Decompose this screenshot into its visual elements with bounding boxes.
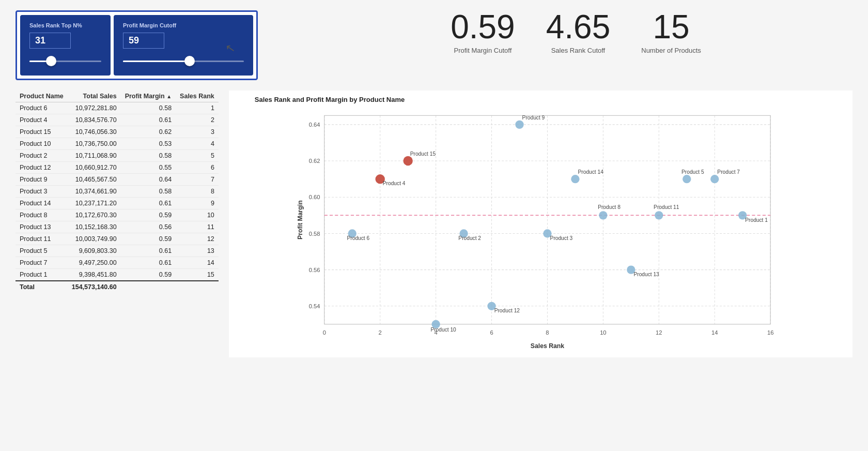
svg-text:8: 8	[546, 329, 549, 336]
svg-text:0: 0	[322, 329, 326, 336]
kpi-sales-rank-value: 4.65	[546, 10, 611, 43]
table-cell: Product 14	[16, 198, 68, 209]
svg-text:0.60: 0.60	[309, 194, 320, 200]
table-cell: 14	[176, 257, 219, 269]
table-cell: 7	[176, 174, 219, 186]
table-row: Product 210,711,068.900.585	[16, 150, 219, 162]
table-cell: Product 5	[16, 245, 68, 257]
svg-text:16: 16	[767, 329, 773, 336]
table-cell: 9,609,803.30	[68, 245, 121, 257]
table-cell: 4	[176, 138, 219, 150]
kpi-profit-margin-value: 0.59	[451, 10, 515, 43]
table-cell: 0.58	[121, 102, 176, 114]
table-cell: 0.59	[121, 269, 176, 281]
kpi-num-products-label: Number of Products	[641, 47, 701, 54]
table-cell: 0.53	[121, 138, 176, 150]
chart-container: Sales Rank and Profit Margin by Product …	[229, 91, 853, 357]
table-cell: 0.61	[121, 114, 176, 126]
table-cell: 0.61	[121, 245, 176, 257]
table-cell: 8	[176, 186, 219, 198]
svg-text:Product 1: Product 1	[745, 217, 768, 223]
svg-text:Product 9: Product 9	[522, 115, 545, 121]
svg-point-53	[599, 211, 607, 219]
table-cell: Product 15	[16, 126, 68, 138]
table-cell: 0.58	[121, 150, 176, 162]
table-cell: 10	[176, 209, 219, 221]
table-cell: 0.58	[121, 186, 176, 198]
sort-arrow-margin: ▲	[166, 94, 172, 99]
table-total-row: Total154,573,140.60	[16, 281, 219, 293]
table-cell: 6	[176, 162, 219, 174]
table-cell: 10,736,750.00	[68, 138, 121, 150]
table-cell: Product 12	[16, 162, 68, 174]
table-cell: 0.61	[121, 257, 176, 269]
table-cell: 10,746,056.30	[68, 126, 121, 138]
table-row: Product 1410,237,171.200.619	[16, 198, 219, 209]
table-cell: 0.59	[121, 209, 176, 221]
table-cell: 0.61	[121, 198, 176, 209]
table-cell: Product 13	[16, 221, 68, 233]
svg-text:0.58: 0.58	[309, 231, 320, 237]
sliders-panel: Sales Rank Top N% Profit Margin Cutoff	[16, 10, 258, 80]
table-cell: 11	[176, 221, 219, 233]
table-row: Product 1010,736,750.000.534	[16, 138, 219, 150]
svg-text:12: 12	[656, 329, 662, 336]
svg-text:Product 6: Product 6	[347, 235, 369, 241]
table-cell: Product 1	[16, 269, 68, 281]
svg-point-39	[403, 156, 412, 166]
table-cell: Product 10	[16, 138, 68, 150]
svg-point-61	[710, 175, 719, 183]
table-cell: 10,237,171.20	[68, 198, 121, 209]
table-cell: Product 8	[16, 209, 68, 221]
chart-title: Sales Rank and Profit Margin by Product …	[255, 96, 847, 103]
kpi-profit-margin-cutoff: 0.59 Profit Margin Cutoff	[451, 10, 515, 54]
kpi-num-products-value: 15	[641, 10, 701, 43]
svg-text:Product 7: Product 7	[717, 169, 740, 175]
svg-text:14: 14	[711, 329, 718, 336]
table-cell: 10,465,567.50	[68, 174, 121, 186]
svg-text:0.54: 0.54	[309, 303, 320, 309]
svg-text:Product 10: Product 10	[430, 327, 456, 333]
table-cell: Product 9	[16, 174, 68, 186]
table-cell: 10,003,749.90	[68, 233, 121, 245]
table-row: Product 1310,152,168.300.5611	[16, 221, 219, 233]
table-cell: Product 7	[16, 257, 68, 269]
sales-rank-slider-card: Sales Rank Top N%	[20, 15, 111, 76]
col-header-margin[interactable]: Profit Margin ▲	[121, 91, 176, 102]
kpi-section: 0.59 Profit Margin Cutoff 4.65 Sales Ran…	[299, 10, 853, 54]
table-cell: 9,497,250.00	[68, 257, 121, 269]
table-cell: Product 2	[16, 150, 68, 162]
table-cell: 3	[176, 126, 219, 138]
bottom-section: Product Name Total Sales Profit Margin ▲…	[16, 91, 853, 357]
profit-margin-input[interactable]	[123, 33, 164, 49]
svg-text:Product 8: Product 8	[598, 204, 621, 210]
main-layout: Sales Rank Top N% Profit Margin Cutoff	[0, 0, 868, 368]
table-cell: 5	[176, 150, 219, 162]
svg-point-57	[655, 211, 663, 219]
profit-margin-title: Profit Margin Cutoff	[123, 22, 244, 28]
table-row: Product 59,609,803.300.6113	[16, 245, 219, 257]
data-table: Product Name Total Sales Profit Margin ▲…	[16, 91, 219, 293]
table-row: Product 19,398,451.800.5915	[16, 269, 219, 281]
table-row: Product 610,972,281.800.581	[16, 102, 219, 114]
total-label: Total	[16, 281, 68, 293]
sales-rank-input[interactable]	[29, 33, 71, 49]
svg-text:10: 10	[600, 329, 606, 336]
profit-margin-track[interactable]	[123, 56, 244, 66]
col-header-sales: Total Sales	[68, 91, 121, 102]
col-header-product: Product Name	[16, 91, 68, 102]
svg-point-59	[683, 175, 691, 183]
table-cell: 10,972,281.80	[68, 102, 121, 114]
col-header-rank: Sales Rank	[176, 91, 219, 102]
kpi-num-products: 15 Number of Products	[641, 10, 701, 54]
table-cell: 1	[176, 102, 219, 114]
table-cell: 9	[176, 198, 219, 209]
sales-rank-title: Sales Rank Top N%	[29, 22, 101, 28]
svg-text:Product 4: Product 4	[383, 181, 406, 186]
sales-rank-track[interactable]	[29, 56, 101, 66]
kpi-profit-margin-label: Profit Margin Cutoff	[451, 47, 515, 54]
svg-point-47	[515, 121, 523, 129]
table-cell: 13	[176, 245, 219, 257]
table-row: Product 1510,746,056.300.623	[16, 126, 219, 138]
svg-text:Product 14: Product 14	[578, 169, 603, 175]
